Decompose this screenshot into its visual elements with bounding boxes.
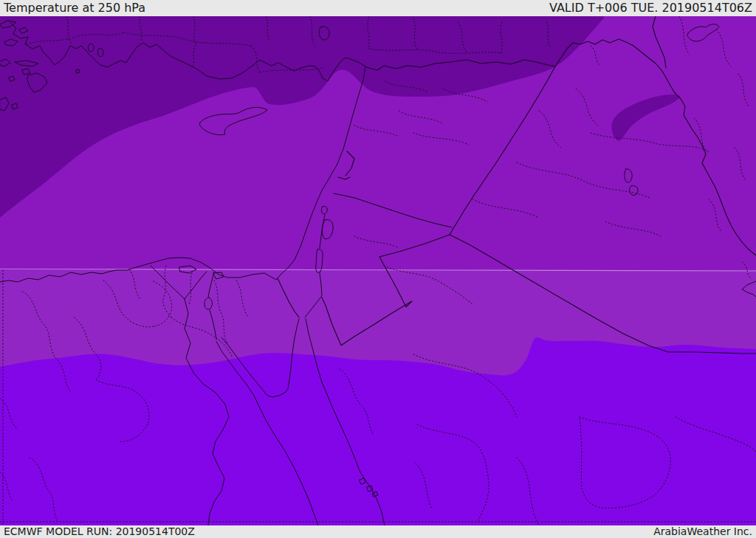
- weather-map-screen: Temperature at 250 hPa VALID T+006 TUE. …: [0, 0, 756, 538]
- band-warm-south: [0, 337, 756, 525]
- valid-time-label: VALID T+006 TUE. 20190514T06Z: [549, 0, 752, 16]
- header-bar: Temperature at 250 hPa VALID T+006 TUE. …: [0, 0, 756, 16]
- map-area: [0, 16, 756, 525]
- model-run-label: ECMWF MODEL RUN: 20190514T00Z: [4, 525, 195, 538]
- footer-bar: ECMWF MODEL RUN: 20190514T00Z ArabiaWeat…: [0, 525, 756, 538]
- temperature-map-svg: [0, 16, 756, 525]
- provider-label: ArabiaWeather Inc.: [653, 525, 752, 538]
- map-title: Temperature at 250 hPa: [4, 0, 145, 16]
